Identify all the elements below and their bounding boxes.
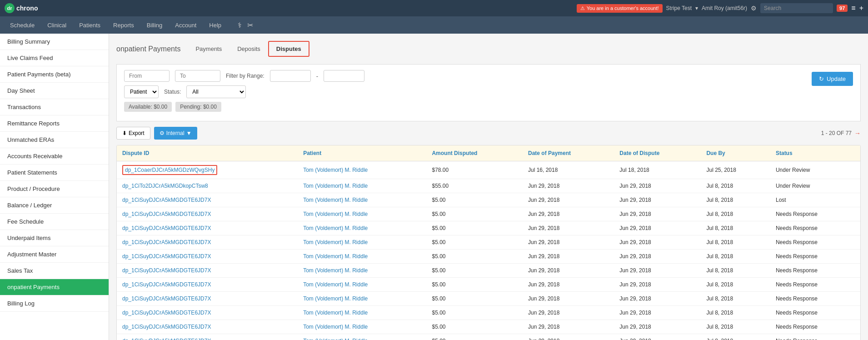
- stethoscope-icon: ⚕: [238, 21, 242, 30]
- col-dispute-id[interactable]: Dispute ID: [117, 145, 298, 161]
- dispute-id-link[interactable]: dp_1CiSuyDJCrA5kMGDGTE6JD7X: [122, 295, 211, 302]
- sidebar-item-underpaid-items[interactable]: Underpaid Items: [0, 230, 109, 246]
- export-button[interactable]: ⬇ Export: [116, 127, 150, 140]
- patient-link[interactable]: Tom (Voldemort) M. Riddle: [303, 267, 368, 274]
- cell-payment-date: Jun 29, 2018: [523, 235, 614, 250]
- notification-badge[interactable]: 97: [837, 5, 848, 12]
- from-input[interactable]: [124, 70, 170, 82]
- balance-badges: Available: $0.00 Pending: $0.00: [124, 102, 221, 112]
- sidebar-item-billing-summary[interactable]: Billing Summary: [0, 34, 109, 50]
- menu-icon[interactable]: ≡: [851, 4, 855, 12]
- nav-patients[interactable]: Patients: [74, 19, 106, 31]
- sidebar-item-billing-log[interactable]: Billing Log: [0, 295, 109, 312]
- patient-select-wrapper: Patient: [124, 85, 159, 98]
- col-date-of-payment[interactable]: Date of Payment: [523, 145, 614, 161]
- cell-dispute-date: Jun 29, 2018: [614, 334, 701, 340]
- sidebar-item-patient-statements[interactable]: Patient Statements: [0, 165, 109, 181]
- main-content: onpatient Payments Payments Deposits Dis…: [109, 34, 868, 340]
- patient-link[interactable]: Tom (Voldemort) M. Riddle: [303, 253, 368, 260]
- nav-help[interactable]: Help: [204, 19, 227, 31]
- sidebar-item-adjustment-master[interactable]: Adjustment Master: [0, 246, 109, 263]
- patient-link[interactable]: Tom (Voldemort) M. Riddle: [303, 197, 368, 203]
- search-input[interactable]: [760, 3, 833, 13]
- sidebar-item-accounts-receivable[interactable]: Accounts Receivable: [0, 148, 109, 165]
- patient-link[interactable]: Tom (Voldemort) M. Riddle: [303, 310, 368, 316]
- sidebar-item-product-procedure[interactable]: Product / Procedure: [0, 181, 109, 197]
- dispute-id-link[interactable]: dp_1CiSuyDJCrA5kMGDGTE6JD7X: [122, 310, 211, 316]
- sidebar-item-sales-tax[interactable]: Sales Tax: [0, 263, 109, 279]
- tab-deposits[interactable]: Deposits: [229, 41, 268, 56]
- patient-select[interactable]: Patient: [124, 85, 159, 98]
- cell-payment-date: Jun 29, 2018: [523, 306, 614, 320]
- col-date-of-dispute[interactable]: Date of Dispute: [614, 145, 701, 161]
- patient-link[interactable]: Tom (Voldemort) M. Riddle: [303, 167, 368, 173]
- sidebar-item-fee-schedule[interactable]: Fee Schedule: [0, 214, 109, 230]
- sidebar-item-day-sheet[interactable]: Day Sheet: [0, 83, 109, 99]
- nav-clinical[interactable]: Clinical: [42, 19, 72, 31]
- tab-payments[interactable]: Payments: [188, 41, 229, 56]
- col-status[interactable]: Status: [770, 145, 860, 161]
- settings-icon[interactable]: ⚙: [751, 5, 757, 12]
- user-name: Amit Roy (amit56r): [702, 5, 747, 11]
- amount-min-input[interactable]: [270, 70, 311, 82]
- sidebar-item-patient-payments[interactable]: Patient Payments (beta): [0, 66, 109, 83]
- patient-link[interactable]: Tom (Voldemort) M. Riddle: [303, 324, 368, 330]
- cell-payment-date: Jun 29, 2018: [523, 278, 614, 292]
- dispute-id-link[interactable]: dp_1CiSuyDJCrA5kMGDGTE6JD7X: [122, 253, 211, 260]
- plus-icon[interactable]: +: [859, 4, 863, 12]
- patient-link[interactable]: Tom (Voldemort) M. Riddle: [303, 225, 368, 231]
- cell-payment-date: Jun 29, 2018: [523, 264, 614, 278]
- nav-billing[interactable]: Billing: [141, 19, 168, 31]
- dispute-id-link[interactable]: dp_1CoaerDJCrA5kMGDzWQvgSHy: [122, 165, 217, 175]
- top-bar-right: ⚠ You are in a customer's account! Strip…: [577, 3, 863, 13]
- cell-status: Needs Response: [770, 292, 860, 306]
- patient-link[interactable]: Tom (Voldemort) M. Riddle: [303, 239, 368, 245]
- amount-max-wrapper: $: [324, 70, 364, 82]
- dispute-id-link[interactable]: dp_1CiSuyDJCrA5kMGDGTE6JD7X: [122, 211, 211, 217]
- patient-link[interactable]: Tom (Voldemort) M. Riddle: [303, 295, 368, 302]
- to-input[interactable]: [175, 70, 220, 82]
- sidebar-item-transactions[interactable]: Transactions: [0, 99, 109, 115]
- dispute-id-link[interactable]: dp_1CiSuyDJCrA5kMGDGTE6JD7X: [122, 324, 211, 330]
- top-bar: dr chrono ⚠ You are in a customer's acco…: [0, 0, 868, 16]
- stripe-label[interactable]: Stripe Test: [666, 5, 692, 11]
- sidebar-item-unmatched-eras[interactable]: Unmatched ERAs: [0, 132, 109, 148]
- sidebar-item-live-claims-feed[interactable]: Live Claims Feed: [0, 50, 109, 66]
- dropdown-icon: ▼: [186, 130, 192, 136]
- cell-amount: $5.00: [426, 306, 523, 320]
- dispute-id-link[interactable]: dp_1CiTo2DJCrA5kMGDkopCTsw8: [122, 183, 208, 189]
- cell-status: Under Review: [770, 179, 860, 193]
- internal-button[interactable]: ⚙ Internal ▼: [154, 127, 197, 140]
- sidebar-item-balance-ledger[interactable]: Balance / Ledger: [0, 197, 109, 214]
- dispute-id-link[interactable]: dp_1CiSuyDJCrA5kMGDGTE6JD7X: [122, 338, 211, 340]
- update-button[interactable]: ↻ Update: [812, 72, 853, 86]
- layout: Billing Summary Live Claims Feed Patient…: [0, 34, 868, 340]
- patient-link[interactable]: Tom (Voldemort) M. Riddle: [303, 211, 368, 217]
- col-amount-disputed[interactable]: Amount Disputed: [426, 145, 523, 161]
- nav-schedule[interactable]: Schedule: [5, 19, 40, 31]
- dispute-id-link[interactable]: dp_1CiSuyDJCrA5kMGDGTE6JD7X: [122, 197, 211, 203]
- dispute-id-link[interactable]: dp_1CiSuyDJCrA5kMGDGTE6JD7X: [122, 267, 211, 274]
- nav-account[interactable]: Account: [170, 19, 202, 31]
- logo[interactable]: dr chrono: [5, 3, 38, 13]
- dispute-id-link[interactable]: dp_1CiSuyDJCrA5kMGDGTE6JD7X: [122, 239, 211, 245]
- col-due-by[interactable]: Due By: [701, 145, 770, 161]
- status-select[interactable]: All Under Review Needs Response Lost: [186, 85, 246, 98]
- patient-link[interactable]: Tom (Voldemort) M. Riddle: [303, 281, 368, 288]
- cell-dispute-date: Jun 29, 2018: [614, 207, 701, 221]
- sidebar-item-onpatient-payments[interactable]: onpatient Payments: [0, 279, 109, 295]
- pagination-next-arrow[interactable]: →: [854, 130, 861, 137]
- tab-disputes[interactable]: Disputes: [268, 41, 309, 57]
- table-row: dp_1CiSuyDJCrA5kMGDGTE6JD7X Tom (Voldemo…: [117, 235, 860, 250]
- dispute-id-link[interactable]: dp_1CiSuyDJCrA5kMGDGTE6JD7X: [122, 281, 211, 288]
- col-patient[interactable]: Patient: [298, 145, 426, 161]
- patient-link[interactable]: Tom (Voldemort) M. Riddle: [303, 183, 368, 189]
- amount-max-input[interactable]: [324, 70, 364, 82]
- available-badge: Available: $0.00: [124, 102, 172, 112]
- sidebar-item-remittance-reports[interactable]: Remittance Reports: [0, 115, 109, 132]
- nav-reports[interactable]: Reports: [108, 19, 140, 31]
- patient-link[interactable]: Tom (Voldemort) M. Riddle: [303, 338, 368, 340]
- amount-min-wrapper: $: [270, 70, 311, 82]
- dispute-id-link[interactable]: dp_1CiSuyDJCrA5kMGDGTE6JD7X: [122, 225, 211, 231]
- cell-status: Needs Response: [770, 250, 860, 264]
